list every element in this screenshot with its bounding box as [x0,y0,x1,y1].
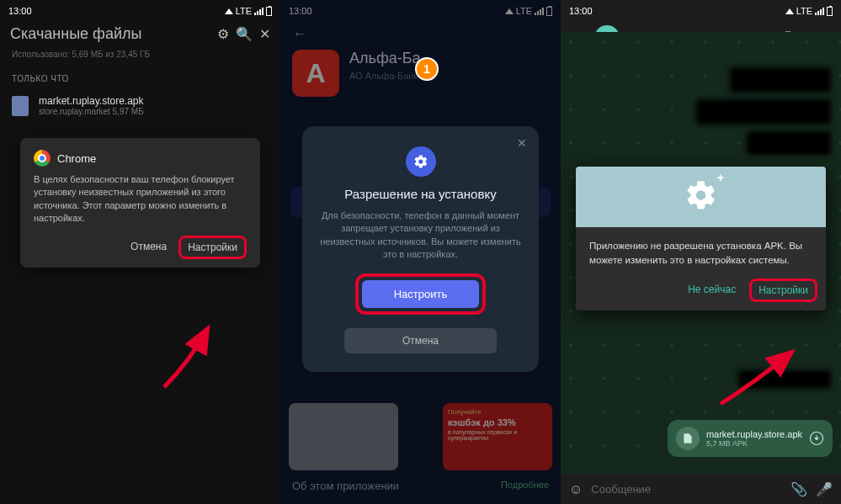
permission-dialog: Приложению не разрешена установка APK. В… [576,167,826,310]
dialog-text: В целях безопасности ваш телефон блокиру… [34,173,247,225]
apk-message[interactable]: market.ruplay.store.apk 5,7 МВ APK [668,420,833,457]
close-icon[interactable]: ✕ [517,136,527,150]
dialog-app: Chrome [57,152,96,165]
status-time: 13:00 [8,6,32,16]
blurred-msg [738,370,831,389]
phone-telegram: 13:00 LTE ← Избранное 🔍 ⋮ Приложению не … [561,0,841,504]
highlight-box: Настроить [355,273,487,315]
dialog-illustration [576,167,826,227]
page-title: Скачанные файлы [10,25,210,43]
wifi-icon [785,8,794,14]
message-input-bar: ☺ Сообщение 📎 🎤 [561,475,841,504]
cancel-button[interactable]: Отмена [122,236,175,259]
lte-label: LTE [796,6,812,16]
blurred-msg [730,67,831,93]
configure-button[interactable]: Настроить [362,280,480,308]
gear-icon[interactable]: ⚙ [217,26,229,42]
dialog-text: Для безопасности, телефон в данный момен… [319,210,522,262]
status-time: 13:00 [569,6,593,16]
lte-label: LTE [236,6,252,16]
signal-icon [254,8,263,15]
dialog-text: Приложению не разрешена установка APK. В… [576,227,826,275]
file-meta: store.ruplay.market 5,97 МБ [39,107,144,116]
signal-icon [815,8,824,15]
blurred-msg [696,99,831,125]
search-icon[interactable]: 🔍 [236,26,253,42]
apk-name: market.ruplay.store.apk [706,429,802,439]
message-input[interactable]: Сообщение [591,483,782,496]
settings-button[interactable]: Настройки [178,236,247,259]
permission-dialog: ✕ Разрешение на установку Для безопаснос… [302,126,539,372]
status-bar: 13:00 LTE [0,0,280,19]
phone-store: 13:00 LTE ← 1 A Альфа-Ба… АО Альфа-Банк … [280,0,561,504]
status-icons: LTE [225,6,272,16]
file-name: market.ruplay.store.apk [39,95,144,107]
apk-meta: 5,7 МВ APK [706,439,802,448]
storage-line: Использовано: 5,69 МБ из 23,45 ГБ [0,50,280,67]
cancel-button[interactable]: Отмена [344,328,497,353]
arrow-pointer [156,320,232,399]
section-label: ТОЛЬКО ЧТО [0,67,280,90]
step-badge: 1 [415,57,439,81]
chrome-icon [34,150,51,167]
close-icon[interactable]: ✕ [259,26,270,42]
permission-dialog: Chrome В целях безопасности ваш телефон … [20,138,260,268]
battery-icon [827,7,833,16]
download-icon[interactable] [809,431,824,446]
later-button[interactable]: Не сейчас [679,279,744,302]
file-icon [676,427,700,450]
file-item[interactable]: market.ruplay.store.apk store.ruplay.mar… [0,90,280,128]
status-bar: 13:00 LTE [561,0,841,19]
header: Скачанные файлы ⚙ 🔍 ✕ [0,19,280,50]
wifi-icon [225,8,233,14]
battery-icon [266,7,272,16]
emoji-icon[interactable]: ☺ [569,482,583,497]
file-icon [12,96,29,116]
attach-icon[interactable]: 📎 [790,481,807,497]
phone-files: 13:00 LTE Скачанные файлы ⚙ 🔍 ✕ Использо… [0,0,280,504]
gear-icon [406,146,436,177]
gear-sparkle-icon [684,178,718,215]
status-icons: LTE [785,6,833,16]
blurred-msg [747,131,831,155]
mic-icon[interactable]: 🎤 [816,481,833,497]
dialog-title: Разрешение на установку [319,187,522,201]
settings-button[interactable]: Настройки [749,279,817,302]
